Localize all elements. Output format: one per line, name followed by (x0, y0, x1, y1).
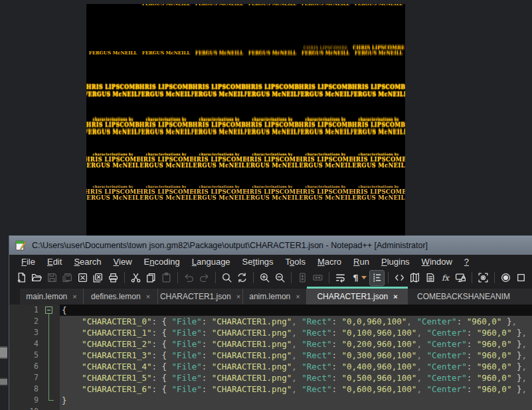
gutter-row: 8 (9, 383, 60, 395)
macro-record-icon[interactable] (499, 271, 513, 285)
menu-tools[interactable]: Tools (280, 255, 311, 268)
menu-encoding[interactable]: Encoding (138, 255, 186, 268)
save-all-icon[interactable] (60, 271, 74, 285)
sprite-text-line: FERGUS McNEILL (352, 90, 405, 98)
dropdown-caret-icon[interactable] (361, 276, 367, 279)
tab-close-icon[interactable]: × (236, 293, 240, 301)
close-all-icon[interactable] (91, 271, 105, 285)
zoom-in-icon[interactable] (258, 271, 272, 285)
tab-defines-lemon[interactable]: defines.lemon× (84, 289, 158, 305)
macro-play-icon[interactable] (529, 271, 532, 285)
fold-margin (39, 350, 60, 361)
tab-character1-json[interactable]: CHARACTER1.json× (158, 289, 243, 305)
tab-close-icon[interactable]: × (393, 293, 397, 301)
undo-icon[interactable] (182, 271, 196, 285)
menu-window[interactable]: Window (416, 255, 458, 268)
menu-file[interactable]: File (15, 255, 41, 268)
notepad-plus-plus-icon (15, 239, 27, 251)
print-icon[interactable] (106, 271, 120, 285)
background-window-fragment (0, 346, 7, 359)
fold-margin (39, 395, 60, 406)
tab-label: CHARACTER1.json (160, 292, 231, 301)
show-all-characters-icon[interactable]: ¶ (349, 271, 363, 285)
redo-icon[interactable] (197, 271, 211, 285)
menu-help[interactable]: ? (458, 255, 475, 268)
sprite-text-line: FERGUS McNEILL (355, 50, 403, 56)
sprite-frame: characterisations byCHRIS LIPSCOMBEFERGU… (193, 176, 246, 202)
line-number: 4 (9, 338, 39, 350)
code-line: "CHARACTER1_2": { "File": "CHARACTER1.pn… (60, 338, 532, 350)
sprite-text-line: FERGUS McNEILL (142, 50, 191, 56)
fold-margin (39, 406, 60, 410)
menu-settings[interactable]: Settings (236, 255, 280, 268)
macro-stop-icon[interactable] (514, 271, 528, 285)
sprite-text-line: FERGUS McNEILL (299, 195, 352, 202)
document-peek-icon[interactable] (476, 271, 490, 285)
gutter-row: 6 (9, 361, 60, 372)
word-wrap-icon[interactable] (333, 271, 347, 285)
paste-icon[interactable] (159, 271, 173, 285)
document-list-icon[interactable] (423, 271, 437, 285)
tab-bar: main.lemon×defines.lemon×CHARACTER1.json… (9, 287, 532, 305)
sprite-text-line: FERGUS McNEILL (195, 50, 244, 56)
sprite-text-line: FERGUS McNEILL (246, 128, 299, 135)
tab-close-icon[interactable]: × (72, 293, 76, 301)
sprite-frame: FERGUS McNEILL (86, 37, 139, 56)
code-line: "CHARACTER1_4": { "File": "CHARACTER1.pn… (60, 361, 532, 372)
function-list-icon[interactable] (393, 271, 406, 285)
tab-main-lemon[interactable]: main.lemon× (20, 289, 84, 305)
new-file-icon[interactable] (15, 271, 29, 285)
sprite-text-line: FERGUS McNEILL (355, 4, 403, 7)
document-map-icon[interactable] (408, 271, 422, 285)
replace-icon[interactable] (235, 271, 249, 285)
fold-collapse-box-icon[interactable] (45, 307, 52, 314)
copy-icon[interactable] (144, 271, 158, 285)
tab-anim-lemon[interactable]: anim.lemon× (243, 289, 307, 305)
tab-character1-json-active[interactable]: CHARACTER1.json× (307, 287, 408, 305)
title-bar[interactable]: C:\Users\user\Documents\town json.gm82\P… (9, 236, 532, 255)
toolbar-separator (124, 272, 125, 283)
fold-line (48, 316, 49, 327)
line-number: 6 (9, 361, 39, 372)
toolbar-separator (291, 272, 292, 283)
code-text-area[interactable]: { "CHARACTER1_0": { "File": "CHARACTER1.… (60, 305, 532, 410)
menu-edit[interactable]: Edit (41, 255, 68, 268)
sprite-frame: FERGUS McNEILL (299, 4, 352, 11)
save-icon[interactable] (45, 271, 59, 285)
sprite-text-line: FERGUS McNEILL (193, 195, 246, 202)
open-file-icon[interactable] (30, 271, 44, 285)
cut-icon[interactable] (129, 271, 143, 285)
editor-area[interactable]: 12345678910 { "CHARACTER1_0": { "File": … (9, 305, 532, 410)
menu-view[interactable]: View (108, 255, 138, 268)
sprite-frame: characterisations byCHRIS LIPSCOMBEFERGU… (299, 101, 352, 135)
sprite-frame: FERGUS McNEILL (246, 37, 299, 56)
sprite-frame: characterisations byCHRIS LIPSCOMBEFERGU… (139, 176, 193, 202)
code-line: "CHARACTER1_3": { "File": "CHARACTER1.pn… (60, 350, 532, 361)
line-number: 1 (9, 305, 39, 316)
sync-vertical-scroll-icon[interactable] (296, 271, 310, 285)
menu-run[interactable]: Run (347, 255, 375, 268)
sprite-frame: FERGUS McNEILL (193, 4, 246, 11)
close-icon[interactable] (76, 271, 90, 285)
tab-close-icon[interactable]: × (146, 293, 150, 301)
fold-margin (39, 361, 60, 372)
indent-guide-icon[interactable] (370, 271, 384, 285)
find-icon[interactable] (220, 271, 234, 285)
tab-comebackshaneanim[interactable]: COMEBACKSHANEANIM (408, 289, 532, 305)
menu-macro[interactable]: Macro (311, 255, 347, 268)
menu-language[interactable]: Language (186, 255, 236, 268)
fold-line (48, 361, 49, 372)
menu-plugins[interactable]: Plugins (375, 255, 416, 268)
function-completion-icon[interactable]: fx (438, 271, 452, 285)
sync-horizontal-scroll-icon[interactable] (311, 271, 325, 285)
sprite-frame: characterisations byCHRIS LIPSCOMBEFERGU… (139, 101, 193, 135)
toolbar-separator (177, 272, 178, 283)
zoom-out-icon[interactable] (273, 271, 287, 285)
sprite-text-line: FERGUS McNEILL (352, 163, 405, 169)
sprite-text-line: FERGUS McNEILL (86, 90, 139, 98)
sprite-frame-row: characterisations byCHRIS LIPSCOMBEFERGU… (86, 141, 405, 169)
menu-search[interactable]: Search (68, 255, 107, 268)
tab-close-icon[interactable]: × (296, 293, 300, 301)
sprite-frame: CHRIS LIPSCOMBEFERGUS McNEILL (299, 66, 352, 98)
monitoring-icon[interactable] (454, 271, 468, 285)
